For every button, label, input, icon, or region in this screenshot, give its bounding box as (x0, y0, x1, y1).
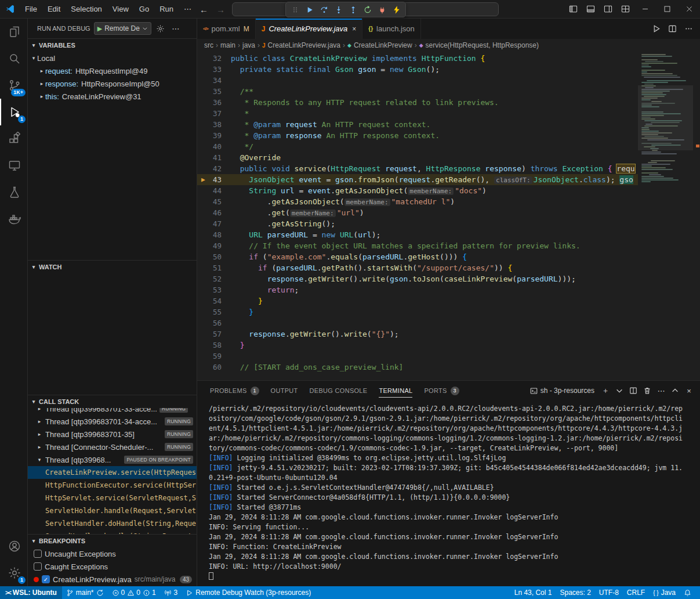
split-editor-icon[interactable] (665, 22, 679, 36)
language-mode[interactable]: { } Java (649, 586, 680, 599)
variable-row-request[interactable]: ▸ request: HttpRequestImpl@49 (28, 64, 197, 77)
remote-indicator[interactable]: >< WSL: Ubuntu (0, 586, 62, 599)
call-stack-section-header[interactable]: ▾ CALL STACK (28, 395, 197, 408)
code-line-36[interactable]: 36 * Responds to any HTTP request relate… (197, 97, 638, 108)
go-back-icon[interactable]: ← (200, 5, 208, 15)
menu-file[interactable]: File (20, 2, 42, 16)
code-line-42[interactable]: 42 public void service(HttpRequest reque… (197, 163, 638, 174)
panel-tab-ports[interactable]: PORTS3 (418, 381, 465, 400)
code-line-50[interactable]: 50 if ("example.com".equals(parsedURL.ge… (197, 251, 638, 262)
debug-task-status[interactable]: Remote Debug Watch (3p-resources) (182, 586, 315, 599)
tab-pom-xml[interactable]: </>pom.xmlM (197, 19, 256, 39)
activity-search[interactable] (0, 45, 27, 72)
restart-icon[interactable] (360, 3, 375, 16)
run-icon[interactable] (649, 22, 663, 36)
panel-tab-problems[interactable]: PROBLEMS1 (204, 381, 265, 400)
code-line-34[interactable]: 34 (197, 75, 638, 86)
gutter-line-33[interactable]: 33 (197, 64, 231, 75)
encoding-setting[interactable]: UTF-8 (595, 586, 623, 599)
overview-ruler[interactable] (693, 52, 700, 380)
code-line-57[interactable]: 57 response.getWriter().write("{}"); (197, 329, 638, 340)
gutter-line-45[interactable]: 45 (197, 196, 231, 207)
breadcrumb-item-2[interactable]: java (242, 41, 255, 49)
stack-frame-0[interactable]: CreateLinkPreview.service(HttpReques (28, 466, 197, 479)
gutter-line-43[interactable]: ▶43 (197, 174, 231, 185)
hot-code-replace-icon[interactable] (389, 3, 404, 16)
notifications-bell[interactable] (680, 586, 695, 599)
new-terminal-icon[interactable]: ＋ (599, 384, 612, 397)
problems-status[interactable]: 0 0 1 (108, 586, 160, 599)
code-line-47[interactable]: 47 .getAsString(); (197, 218, 638, 229)
panel-tab-debug-console[interactable]: DEBUG CONSOLE (304, 381, 373, 400)
gutter-line-44[interactable]: 44 (197, 185, 231, 196)
terminal-output[interactable]: /pierrick/.m2/repository/io/cloudevents/… (197, 400, 700, 586)
gutter-line-34[interactable]: 34 (197, 75, 231, 86)
breadcrumb-item-0[interactable]: src (204, 41, 213, 49)
gutter-line-51[interactable]: 51 (197, 262, 231, 273)
code-editor[interactable]: 32public class CreateLinkPreview impleme… (197, 52, 700, 380)
code-line-40[interactable]: 40 */ (197, 141, 638, 152)
tab-createlinkpreview-java[interactable]: JCreateLinkPreview.java× (256, 19, 363, 39)
breakpoints-section-header[interactable]: ▾ BREAKPOINTS (28, 535, 197, 547)
code-line-45[interactable]: 45 .getAsJsonObject(memberName:"matchedU… (197, 196, 638, 207)
toggle-primary-sidebar-icon[interactable] (564, 0, 582, 18)
branch-status[interactable]: main* (62, 586, 108, 599)
stack-frame-4[interactable]: ServletHandler.doHandle(String,Reque (28, 517, 197, 530)
gutter-line-41[interactable]: 41 (197, 152, 231, 163)
code-line-49[interactable]: 49 // If the event object URL matches a … (197, 240, 638, 251)
call-stack-thread-0[interactable]: ▸Thread [qtp399683701-33-acce...RUNNING (28, 408, 191, 415)
activity-source-control[interactable]: 1K+ (0, 72, 27, 99)
close-icon[interactable]: × (352, 25, 356, 33)
gutter-line-37[interactable]: 37 (197, 108, 231, 119)
go-forward-icon[interactable]: → (216, 5, 225, 15)
minimap-slider[interactable] (638, 85, 693, 150)
start-debugging-icon[interactable]: ▶ (97, 25, 102, 33)
panel-tab-output[interactable]: OUTPUT (265, 381, 304, 400)
customize-layout-icon[interactable] (616, 0, 634, 18)
gutter-line-50[interactable]: 50 (197, 251, 231, 262)
code-line-54[interactable]: 54 } (197, 295, 638, 306)
breadcrumb-item-5[interactable]: ◆service(HttpRequest, HttpResponse) (419, 41, 539, 49)
code-line-60[interactable]: 60 // [START add_ons_case_preview_link] (197, 362, 638, 373)
more-actions-icon[interactable] (681, 22, 695, 36)
checkbox-checked[interactable]: ✓ (42, 575, 50, 583)
gutter-line-57[interactable]: 57 (197, 329, 231, 340)
breakpoint-caught-exceptions[interactable]: Caught Exceptions (28, 560, 197, 573)
gutter-line-52[interactable]: 52 (197, 273, 231, 284)
variables-section-header[interactable]: ▾ VARIABLES (28, 39, 197, 52)
gutter-line-38[interactable]: 38 (197, 119, 231, 130)
gutter-line-39[interactable]: 39 (197, 130, 231, 141)
step-into-icon[interactable] (331, 3, 346, 16)
cursor-position[interactable]: Ln 43, Col 1 (510, 586, 556, 599)
variable-row-response[interactable]: ▸ response: HttpResponseImpl@50 (28, 77, 197, 90)
split-terminal-icon[interactable] (627, 384, 640, 397)
gutter-line-54[interactable]: 54 (197, 295, 231, 306)
gutter-line-55[interactable]: 55 (197, 306, 231, 317)
minimap[interactable] (638, 52, 693, 380)
menu-view[interactable]: View (107, 2, 134, 16)
menu-edit[interactable]: Edit (42, 2, 66, 16)
call-stack-thread-3[interactable]: ▸Thread [Connector-Scheduler-...RUNNING (28, 441, 197, 453)
stack-frame-5[interactable]: ScopedHandler.handle(String,Request, (28, 530, 197, 534)
gutter-line-49[interactable]: 49 (197, 240, 231, 251)
close-button[interactable] (678, 0, 700, 18)
code-line-58[interactable]: 58 } (197, 340, 638, 351)
menu-run[interactable]: Run (154, 2, 179, 16)
maximize-panel-icon[interactable] (669, 384, 681, 397)
code-line-39[interactable]: 39 * @param response An HTTP response co… (197, 130, 638, 141)
debug-configuration-select[interactable]: ▶ Remote De (94, 22, 151, 35)
call-stack-thread-1[interactable]: ▸Thread [qtp399683701-34-acce...RUNNING (28, 415, 197, 428)
activity-docker[interactable] (0, 205, 27, 232)
call-stack-thread-2[interactable]: ▸Thread [qtp399683701-35]RUNNING (28, 428, 197, 441)
panel-tab-terminal[interactable]: TERMINAL (373, 381, 418, 400)
checkbox-unchecked[interactable] (34, 550, 42, 558)
activity-settings[interactable]: 1 (0, 560, 27, 586)
eol-setting[interactable]: CRLF (623, 586, 649, 599)
code-line-41[interactable]: 41 @Override (197, 152, 638, 163)
call-stack-thread-4[interactable]: ▾Thread [qtp39968...PAUSED ON BREAKPOINT (28, 453, 197, 466)
stack-frame-1[interactable]: HttpFunctionExecutor.service(HttpSer (28, 479, 197, 492)
menu-go[interactable]: Go (134, 2, 154, 16)
toggle-panel-icon[interactable] (582, 0, 599, 18)
code-line-33[interactable]: 33 private static final Gson gson = new … (197, 64, 638, 75)
breadcrumb-item-4[interactable]: ◆CreateLinkPreview (347, 41, 412, 49)
